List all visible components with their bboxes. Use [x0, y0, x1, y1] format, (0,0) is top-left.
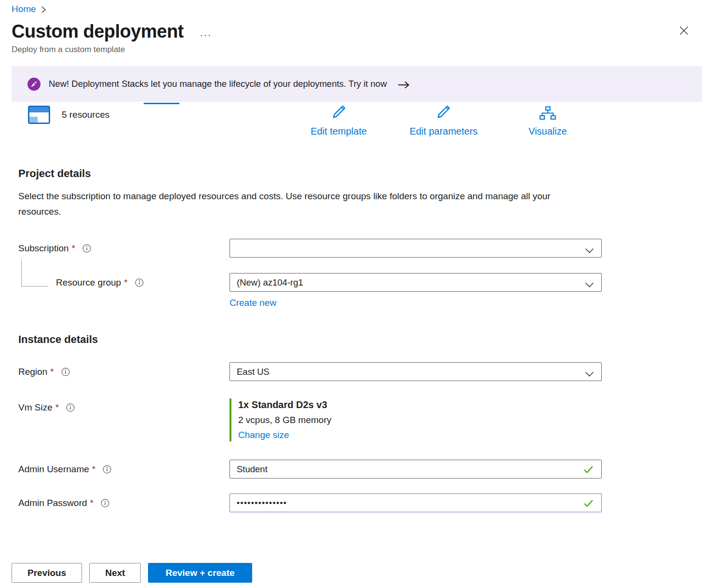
resource-group-value: (New) az104-rg1: [237, 277, 303, 288]
more-options-button[interactable]: ...: [200, 25, 212, 39]
info-icon[interactable]: [61, 368, 70, 376]
announcement-banner[interactable]: New! Deployment Stacks let you manage th…: [12, 66, 702, 102]
resource-group-label: Resource group: [56, 277, 121, 288]
visualize-label: Visualize: [528, 126, 567, 137]
banner-text: New! Deployment Stacks let you manage th…: [49, 79, 387, 89]
instance-details-heading: Instance details: [18, 333, 702, 346]
info-icon[interactable]: [135, 278, 144, 287]
check-icon: [583, 499, 594, 510]
template-bar: 5 resources Edit template Edit parameter…: [0, 104, 702, 145]
required-asterisk: *: [72, 243, 75, 254]
chevron-right-icon: [41, 6, 46, 14]
admin-username-input[interactable]: Student: [230, 460, 602, 479]
resources-count-label: 5 resources: [62, 109, 109, 120]
region-label: Region: [18, 367, 47, 377]
admin-password-input[interactable]: ••••••••••••••: [230, 493, 602, 512]
resource-group-dropdown[interactable]: (New) az104-rg1: [230, 273, 602, 292]
region-dropdown[interactable]: East US: [230, 362, 602, 381]
info-icon[interactable]: [66, 403, 75, 412]
vm-size-label: Vm Size: [18, 402, 53, 413]
region-row: Region * East US: [18, 362, 702, 381]
previous-button[interactable]: Previous: [12, 563, 82, 583]
close-icon[interactable]: [677, 21, 690, 41]
vm-size-specs: 2 vcpus, 8 GB memory: [238, 415, 331, 425]
chevron-down-icon: [585, 280, 594, 290]
edit-template-label: Edit template: [310, 126, 367, 137]
edit-template-link[interactable]: Edit template: [304, 104, 374, 137]
admin-username-value: Student: [237, 464, 268, 475]
required-asterisk: *: [90, 498, 94, 508]
next-button[interactable]: Next: [89, 563, 141, 583]
required-asterisk: *: [55, 402, 59, 413]
required-asterisk: *: [50, 367, 54, 377]
required-asterisk: *: [124, 277, 127, 288]
subscription-row: Subscription *: [18, 239, 702, 258]
resources-icon: [28, 106, 50, 124]
edit-parameters-label: Edit parameters: [409, 126, 477, 137]
rocket-icon: [27, 78, 40, 91]
breadcrumb-home-link[interactable]: Home: [12, 4, 36, 14]
resource-group-wrap: Resource group * (New) az104-rg1 Create …: [18, 273, 702, 308]
info-icon[interactable]: [82, 244, 91, 253]
check-icon: [583, 465, 594, 476]
template-resources: 5 resources: [28, 106, 109, 124]
project-details-heading: Project details: [18, 167, 702, 180]
admin-username-row: Admin Username * Student: [18, 460, 702, 479]
chevron-down-icon: [585, 246, 594, 256]
org-chart-icon: [539, 106, 556, 123]
breadcrumb: Home: [0, 0, 702, 14]
admin-password-row: Admin Password * ••••••••••••••: [18, 493, 702, 512]
form-area: Subscription * Resource group *: [18, 239, 702, 512]
pencil-icon: [330, 104, 348, 123]
arrow-right-icon: [398, 81, 410, 89]
hierarchy-connector-line: [21, 260, 48, 287]
admin-password-value: ••••••••••••••: [237, 498, 287, 508]
clipped-content-fragment: [144, 103, 179, 104]
region-value: East US: [237, 367, 270, 377]
vm-size-selection: 1x Standard D2s v3 2 vcpus, 8 GB memory …: [230, 398, 331, 441]
page-subtitle: Deploy from a custom template: [0, 42, 702, 55]
vm-size-row: Vm Size * 1x Standard D2s v3 2 vcpus, 8 …: [18, 398, 702, 441]
admin-password-label: Admin Password: [18, 498, 87, 508]
page-title: Custom deployment: [12, 21, 184, 42]
visualize-link[interactable]: Visualize: [524, 104, 572, 137]
create-new-link[interactable]: Create new: [230, 298, 276, 308]
change-size-link[interactable]: Change size: [238, 430, 331, 440]
review-create-button[interactable]: Review + create: [148, 563, 252, 583]
edit-parameters-link[interactable]: Edit parameters: [403, 104, 485, 137]
resource-group-row: Resource group * (New) az104-rg1: [18, 273, 702, 292]
project-details-description: Select the subscription to manage deploy…: [18, 189, 570, 219]
subscription-label: Subscription: [18, 243, 69, 254]
subscription-dropdown[interactable]: [230, 239, 602, 258]
required-asterisk: *: [92, 464, 95, 475]
pencil-icon: [435, 104, 452, 123]
chevron-down-icon: [585, 369, 594, 380]
footer-actions: Previous Next Review + create: [12, 563, 252, 583]
page-header: Custom deployment ...: [0, 14, 702, 42]
info-icon[interactable]: [103, 465, 111, 474]
vm-size-title: 1x Standard D2s v3: [238, 399, 331, 410]
info-icon[interactable]: [101, 499, 109, 507]
admin-username-label: Admin Username: [18, 464, 89, 475]
